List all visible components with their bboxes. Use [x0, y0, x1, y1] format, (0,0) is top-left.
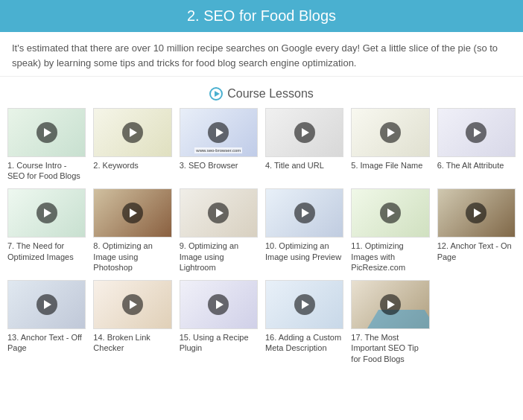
play-button[interactable]: [294, 294, 315, 315]
lesson-thumbnail: [180, 108, 258, 157]
play-button[interactable]: [208, 203, 229, 223]
lesson-thumbnail: [7, 188, 86, 238]
lesson-thumbnail: [437, 188, 516, 238]
lesson-label: 12. Anchor Text - On Page: [437, 241, 516, 262]
play-button[interactable]: [37, 122, 57, 143]
play-button[interactable]: [37, 294, 57, 315]
lesson-label: 4. Title and URL: [265, 160, 343, 171]
lesson-item[interactable]: 14. Broken Link Checker: [93, 280, 171, 364]
lesson-label: 5. Image File Name: [351, 160, 429, 171]
lesson-label: 10. Optimizing an Image using Preview: [265, 241, 343, 262]
lesson-thumbnail: [265, 188, 343, 238]
lesson-item[interactable]: 11. Optimizing Images with PicResize.com: [351, 188, 429, 273]
lesson-item[interactable]: 5. Image File Name: [351, 108, 429, 181]
lesson-thumbnail: [7, 280, 86, 329]
lesson-label: 11. Optimizing Images with PicResize.com: [351, 241, 429, 273]
lesson-item[interactable]: 12. Anchor Text - On Page: [437, 188, 516, 273]
play-button[interactable]: [466, 122, 486, 143]
play-button[interactable]: [208, 294, 229, 315]
play-button[interactable]: [122, 122, 143, 143]
lesson-item[interactable]: 16. Adding a Custom Meta Description: [265, 280, 343, 364]
play-button[interactable]: [466, 203, 486, 223]
lesson-item[interactable]: 10. Optimizing an Image using Preview: [265, 188, 343, 273]
lesson-label: 16. Adding a Custom Meta Description: [265, 332, 343, 354]
lesson-item[interactable]: 15. Using a Recipe Plugin: [180, 280, 258, 364]
play-button[interactable]: [122, 203, 143, 223]
lesson-thumbnail: [93, 280, 171, 329]
course-lessons-label: Course Lessons: [227, 87, 314, 101]
play-button[interactable]: [380, 122, 401, 143]
play-button[interactable]: [208, 122, 229, 143]
lesson-thumbnail: [351, 108, 429, 157]
lesson-label: 7. The Need for Optimized Images: [7, 241, 86, 262]
lesson-thumbnail: [265, 280, 343, 329]
lessons-grid: 1. Course Intro - SEO for Food Blogs2. K…: [0, 108, 523, 376]
lesson-item[interactable]: 6. The Alt Attribute: [437, 108, 516, 181]
lesson-label: 1. Course Intro - SEO for Food Blogs: [7, 160, 86, 182]
play-button[interactable]: [380, 203, 401, 223]
play-button[interactable]: [294, 122, 315, 143]
play-button[interactable]: [294, 203, 315, 223]
lesson-label: 13. Anchor Text - Off Page: [7, 332, 86, 354]
lesson-thumbnail: [93, 108, 171, 157]
lesson-thumbnail: [351, 280, 429, 329]
lesson-thumbnail: [265, 108, 343, 157]
lesson-label: 8. Optimizing an Image using Photoshop: [93, 241, 171, 273]
lesson-item[interactable]: 3. SEO Browser: [180, 108, 258, 181]
lesson-item[interactable]: 13. Anchor Text - Off Page: [7, 280, 86, 364]
page-title: 2. SEO for Food Blogs: [0, 0, 523, 32]
play-button[interactable]: [37, 203, 57, 223]
lesson-label: 6. The Alt Attribute: [437, 160, 516, 171]
lesson-label: 17. The Most Important SEO Tip for Food …: [351, 332, 429, 364]
lesson-item[interactable]: 4. Title and URL: [265, 108, 343, 181]
lesson-label: 14. Broken Link Checker: [93, 332, 171, 354]
lesson-item[interactable]: 1. Course Intro - SEO for Food Blogs: [7, 108, 86, 181]
lesson-thumbnail: [180, 280, 258, 329]
lesson-label: 15. Using a Recipe Plugin: [180, 332, 258, 354]
lesson-thumbnail: [93, 188, 171, 238]
lesson-item[interactable]: 17. The Most Important SEO Tip for Food …: [351, 280, 429, 364]
course-lessons-header: Course Lessons: [0, 77, 523, 108]
lesson-label: 2. Keywords: [93, 160, 171, 171]
lesson-thumbnail: [180, 188, 258, 238]
lesson-thumbnail: [7, 108, 86, 157]
page-description: It's estimated that there are over 10 mi…: [0, 32, 523, 77]
lesson-label: 9. Optimizing an Image using Lightroom: [180, 241, 258, 273]
lesson-label: 3. SEO Browser: [180, 160, 258, 171]
play-icon: [209, 87, 223, 101]
lesson-thumbnail: [437, 108, 516, 157]
lesson-item[interactable]: 7. The Need for Optimized Images: [7, 188, 86, 273]
play-button[interactable]: [380, 294, 401, 315]
lesson-item[interactable]: 9. Optimizing an Image using Lightroom: [180, 188, 258, 273]
lesson-item[interactable]: 2. Keywords: [93, 108, 171, 181]
lesson-thumbnail: [351, 188, 429, 238]
lesson-item[interactable]: 8. Optimizing an Image using Photoshop: [93, 188, 171, 273]
play-button[interactable]: [122, 294, 143, 315]
